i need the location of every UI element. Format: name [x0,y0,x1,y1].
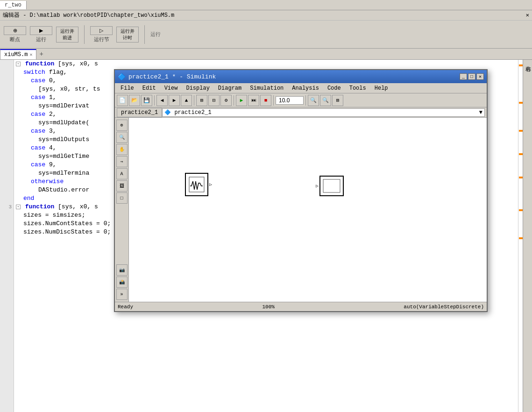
sim-toolbar-div4 [273,95,274,106]
file-tab-close[interactable]: ✕ [29,52,32,57]
run-node-label: 运行节 [94,36,109,43]
simulink-statusbar: Ready 100% auto(VariableStepDiscrete) [115,302,487,311]
simulink-menubar: File Edit View Display Diagram Simulatio… [115,83,487,93]
code-line-1: - function [sys, x0, s [16,60,516,68]
simulink-left-toolbar: ⊕ 🔍 ✋ ⇒ A 🖼 □ 📷 📸 » [115,118,129,302]
sim-tool-open[interactable]: 📂 [129,95,140,106]
sim-tool-zoom-out[interactable]: 🔍 [320,95,331,106]
close-button[interactable]: ✕ [476,73,484,80]
menu-tools[interactable]: Tools [346,84,370,92]
maximize-button[interactable]: □ [468,73,475,80]
tab-add-button[interactable]: + [36,50,46,59]
sim-left-zoom[interactable]: 🔍 [116,132,128,143]
editor-header: 编辑器 - D:\matlab work\robotPID\chapter_tw… [0,10,532,21]
sim-left-text[interactable]: A [116,168,128,179]
line-num-17 [0,194,14,203]
menu-view[interactable]: View [161,84,182,92]
simulink-path-bar: practice2_1 🔷 practice2_1 ▼ [115,107,487,118]
sim-toolbar-div2 [194,95,194,106]
menu-display[interactable]: Display [182,84,213,92]
menu-simulation[interactable]: Simulation [246,84,287,92]
line-num-10 [0,135,14,144]
sim-tool-zoom-in[interactable]: 🔍 [308,95,319,106]
sim-left-arrow[interactable]: ⇒ [116,156,128,167]
sim-tool-stop[interactable]: ■ [260,95,271,106]
line-num-19 [0,211,14,220]
line-num-15 [0,178,14,186]
sim-status-ready: Ready [118,304,133,310]
line-num-20 [0,220,14,228]
file-tabs: xiuMS.m ✕ + [0,49,532,60]
menu-file[interactable]: File [117,84,138,92]
run-node-button[interactable]: ▷ [90,26,113,35]
minimize-button[interactable]: _ [460,73,467,80]
run-advance-group: 运行并前进 [56,27,78,43]
sim-left-screenshot[interactable]: 📸 [116,277,128,288]
line-num-6 [0,102,14,110]
fold-btn-2[interactable]: - [16,205,21,209]
sim-left-camera[interactable]: 📷 [116,264,128,276]
line-num-13 [0,161,14,169]
editor-path-label: 编辑器 - D:\matlab work\robotPID\chapter_tw… [3,11,174,19]
sim-left-collapse[interactable]: » [116,289,128,300]
sim-tool-grid[interactable]: ⊞ [332,95,343,106]
svg-rect-0 [189,177,204,192]
close-icon[interactable]: ✕ [526,12,529,19]
run-label: 运行 [36,36,46,43]
scope-block[interactable]: ▷ [185,173,208,196]
sim-tool-lib[interactable]: ⊞ [196,95,207,106]
sim-path-dropdown[interactable]: 🔷 practice2_1 ▼ [162,108,485,117]
svg-rect-1 [323,179,340,192]
line-num-9 [0,127,14,135]
sim-tool-play[interactable]: ▶ [236,95,247,106]
sim-tool-back[interactable]: ◀ [156,95,168,106]
run-section-label: 运行 [150,31,161,38]
run-advance-button[interactable]: 运行并前进 [56,27,78,43]
fold-btn-1[interactable]: - [16,62,21,66]
line-num-5 [0,93,14,102]
menu-analysis[interactable]: Analysis [288,84,323,92]
simulink-canvas[interactable]: ▷ ▷ [129,118,487,302]
simulink-canvas-area: ⊕ 🔍 ✋ ⇒ A 🖼 □ 📷 📸 » [115,118,487,302]
menu-help[interactable]: Help [371,84,392,92]
main-editor-area: 3 - function [sys, x0, s switch flag, ca… [0,60,532,412]
menu-diagram[interactable]: Diagram [214,84,245,92]
run-group: ▶ 运行 [30,26,52,43]
right-panel: 名称 [523,60,532,412]
simulink-window[interactable]: 🔷 practice2_1 * - Simulink _ □ ✕ File Ed… [114,69,488,312]
sim-left-pan[interactable]: ✋ [116,144,128,155]
line-num-7 [0,110,14,119]
sim-tool-new[interactable]: 📄 [117,95,128,106]
sim-tool-config[interactable]: ⚙ [220,95,232,106]
run-button[interactable]: ▶ [30,26,52,35]
line-num-21 [0,228,14,236]
sim-left-select[interactable]: ⊕ [116,120,128,131]
sim-left-rect[interactable]: □ [116,192,128,204]
simulink-icon: 🔷 [118,73,126,81]
breakpoint-button[interactable]: ⊕ [4,26,26,35]
tab-r-two[interactable]: r_two [0,1,27,9]
run-count-group: 运行并计时 [116,27,139,43]
menu-edit[interactable]: Edit [139,84,160,92]
display-block[interactable]: ▷ [319,176,344,196]
line-num-14 [0,169,14,178]
line-num-12 [0,152,14,161]
file-tab-xiums[interactable]: xiuMS.m ✕ [0,49,36,59]
sim-left-image[interactable]: 🖼 [116,180,128,192]
line-num-11 [0,144,14,152]
toolbar-divider-2 [144,25,145,44]
run-count-button[interactable]: 运行并计时 [116,27,139,43]
sim-tool-model[interactable]: ⊟ [208,95,220,106]
sim-toolbar-div5 [305,95,306,106]
sim-tool-up[interactable]: ▲ [181,95,192,106]
sim-path-root[interactable]: practice2_1 [117,108,162,117]
main-tab-bar: r_two [0,0,532,10]
sim-path-dropdown-arrow[interactable]: ▼ [479,109,482,116]
line-num-8 [0,119,14,127]
sim-tool-save[interactable]: 💾 [141,95,152,106]
sim-time-input[interactable] [276,96,304,105]
sim-tool-forward[interactable]: ▶ [169,95,180,106]
sim-tool-step[interactable]: ⏭ [248,95,259,106]
breakpoint-group: ⊕ 断点 [4,26,26,43]
menu-code[interactable]: Code [324,84,345,92]
